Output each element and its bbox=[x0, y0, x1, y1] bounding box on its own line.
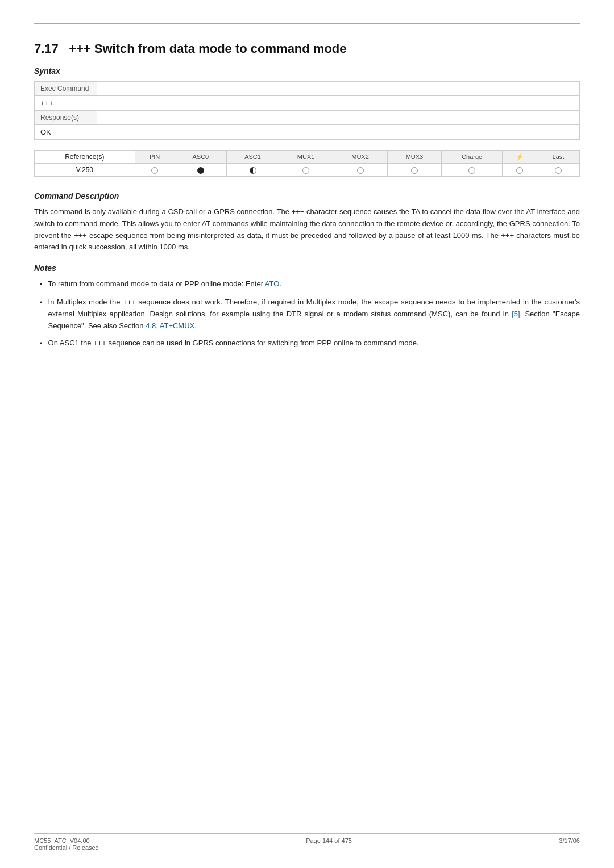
circle-mux2 bbox=[333, 164, 387, 177]
note-text-2: In Multiplex mode the +++ sequence does … bbox=[48, 297, 580, 332]
col-asc0: ASC0 bbox=[175, 151, 227, 164]
footer-date: 3/17/06 bbox=[559, 837, 580, 851]
circle-empty-charge bbox=[468, 167, 475, 174]
ref-value-label: V.250 bbox=[35, 164, 135, 177]
responses-value: OK bbox=[35, 125, 580, 140]
ref-header-row: Reference(s) PIN ASC0 ASC1 MUX1 MUX2 MUX… bbox=[35, 151, 580, 164]
cmd-desc-label: Command Description bbox=[34, 191, 580, 201]
circle-empty-special bbox=[516, 167, 523, 174]
exec-command-row: Exec Command bbox=[35, 82, 580, 96]
exec-command-label: Exec Command bbox=[35, 82, 97, 96]
ref-value-row: V.250 bbox=[35, 164, 580, 177]
footer: MC55_ATC_V04.00 Confidential / Released … bbox=[34, 833, 580, 851]
circle-empty-mux1 bbox=[302, 167, 309, 174]
section48-link[interactable]: 4.8 bbox=[146, 322, 156, 330]
notes-label: Notes bbox=[34, 264, 580, 273]
col-special: ⚡ bbox=[503, 151, 537, 164]
col-mux2: MUX2 bbox=[333, 151, 387, 164]
footer-doc-name: MC55_ATC_V04.00 bbox=[34, 837, 99, 844]
col-mux1: MUX1 bbox=[279, 151, 333, 164]
ato-link[interactable]: ATO bbox=[265, 279, 280, 288]
circle-mux3 bbox=[387, 164, 441, 177]
footer-left: MC55_ATC_V04.00 Confidential / Released bbox=[34, 837, 99, 851]
col-charge: Charge bbox=[442, 151, 503, 164]
circle-half-asc1 bbox=[250, 167, 256, 174]
circle-filled-asc0 bbox=[197, 167, 204, 174]
exec-command-text: +++ bbox=[35, 96, 580, 111]
col-mux3: MUX3 bbox=[387, 151, 441, 164]
circle-charge bbox=[442, 164, 503, 177]
circle-last bbox=[537, 164, 579, 177]
bullet-3: • bbox=[40, 338, 43, 350]
responses-label-row: Response(s) bbox=[35, 111, 580, 125]
section-title: 7.17 +++ Switch from data mode to comman… bbox=[34, 41, 580, 56]
col-last: Last bbox=[537, 151, 579, 164]
responses-value-row: OK bbox=[35, 125, 580, 140]
note-text-3: On ASC1 the +++ sequence can be used in … bbox=[48, 337, 580, 349]
bullet-2: • bbox=[40, 297, 43, 309]
exec-command-value-row: +++ bbox=[35, 96, 580, 111]
bullet-1: • bbox=[40, 279, 43, 291]
circle-special bbox=[503, 164, 537, 177]
circle-empty-mux2 bbox=[357, 167, 364, 174]
note-item-3: • On ASC1 the +++ sequence can be used i… bbox=[40, 337, 580, 350]
notes-list: • To return from command mode to data or… bbox=[34, 278, 580, 356]
note-text-1: To return from command mode to data or P… bbox=[48, 278, 580, 290]
syntax-label: Syntax bbox=[34, 66, 580, 76]
responses-label: Response(s) bbox=[35, 111, 97, 125]
circle-pin bbox=[135, 164, 175, 177]
ref5-link[interactable]: [5] bbox=[512, 310, 520, 318]
circle-empty-last bbox=[555, 167, 562, 174]
references-label: Reference(s) bbox=[35, 151, 135, 164]
circle-empty-mux3 bbox=[411, 167, 418, 174]
exec-command-value bbox=[97, 82, 580, 96]
circle-empty-pin bbox=[151, 167, 158, 174]
syntax-table: Exec Command +++ Response(s) OK bbox=[34, 81, 580, 140]
footer-page: Page 144 of 475 bbox=[306, 837, 352, 851]
circle-asc0 bbox=[175, 164, 227, 177]
circle-asc1 bbox=[227, 164, 279, 177]
footer-confidential: Confidential / Released bbox=[34, 844, 99, 851]
cmd-desc-text: This command is only available during a … bbox=[34, 206, 580, 253]
note-item-1: • To return from command mode to data or… bbox=[40, 278, 580, 291]
responses-value-empty bbox=[97, 111, 580, 125]
col-asc1: ASC1 bbox=[227, 151, 279, 164]
circle-mux1 bbox=[279, 164, 333, 177]
col-pin: PIN bbox=[135, 151, 175, 164]
reference-table: Reference(s) PIN ASC0 ASC1 MUX1 MUX2 MUX… bbox=[34, 150, 580, 177]
page: 7.17 +++ Switch from data mode to comman… bbox=[0, 0, 614, 868]
top-border bbox=[34, 23, 580, 24]
note-item-2: • In Multiplex mode the +++ sequence doe… bbox=[40, 297, 580, 332]
atcmux-link[interactable]: AT+CMUX bbox=[160, 322, 195, 330]
